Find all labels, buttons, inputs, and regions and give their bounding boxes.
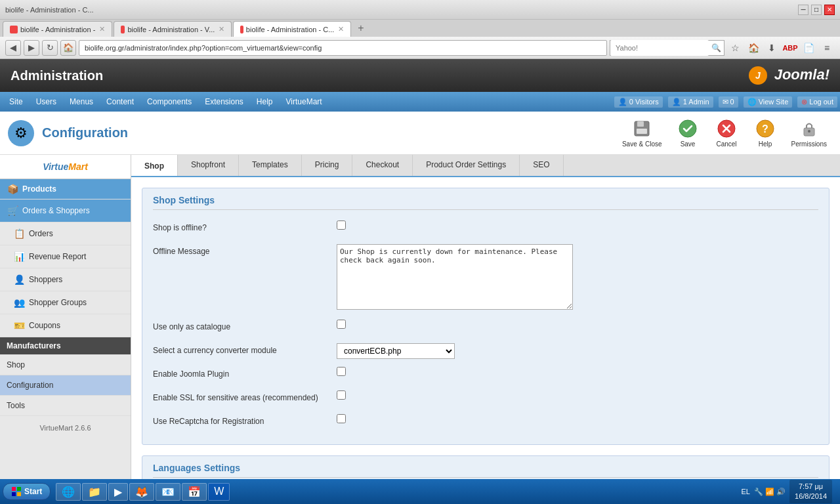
nav-users[interactable]: Users	[30, 94, 63, 109]
nav-virtuemart[interactable]: VirtueMart	[280, 94, 329, 109]
sidebar-orders-shoppers-label: Orders & Shoppers	[22, 206, 90, 215]
sidebar-item-manufacturers[interactable]: Manufacturers	[0, 337, 131, 355]
tab-checkout[interactable]: Checkout	[352, 155, 413, 176]
page-icon: ⚙	[8, 120, 34, 146]
taskbar-ie[interactable]: 🌐	[56, 483, 81, 501]
sidebar-item-revenue[interactable]: 📊 Revenue Report	[0, 245, 131, 268]
browser-tab-3[interactable]: biolife - Administration - C... ✕	[233, 21, 351, 37]
home-nav-button[interactable]: 🏠	[746, 40, 761, 56]
tab-shopfront[interactable]: Shopfront	[178, 155, 239, 176]
view-site-badge[interactable]: 🌐 View Site	[744, 96, 793, 108]
sidebar-orders-label: Orders	[29, 229, 53, 238]
sidebar-item-coupons[interactable]: 🎫 Coupons	[0, 314, 131, 337]
page-title: Configuration	[42, 125, 614, 140]
sidebar-version: VirtueMart 2.6.6	[0, 416, 131, 440]
taskbar-firefox[interactable]: 🦊	[129, 483, 154, 501]
tab-templates[interactable]: Templates	[239, 155, 302, 176]
visitors-count: 0 Visitors	[629, 98, 659, 106]
browser-tab-1[interactable]: biolife - Administration - ✕	[3, 21, 112, 37]
close-button[interactable]: ✕	[824, 5, 835, 15]
use-catalogue-row: Use only as catalogue	[153, 320, 818, 335]
taskbar-media[interactable]: ▶	[108, 483, 128, 501]
tab-close-3[interactable]: ✕	[338, 25, 344, 33]
bookmark-star-button[interactable]: ☆	[727, 40, 743, 56]
joomla-plugin-checkbox[interactable]	[337, 367, 346, 376]
nav-extensions[interactable]: Extensions	[198, 94, 250, 109]
svg-rect-14	[17, 492, 21, 496]
admin-title: Administration	[10, 68, 748, 83]
tab-close-2[interactable]: ✕	[219, 25, 224, 33]
sidebar-item-tools[interactable]: Tools	[0, 396, 131, 416]
messages-icon: ✉	[723, 98, 728, 106]
search-bar[interactable]	[610, 40, 709, 56]
taskbar-calendar[interactable]: 📅	[182, 483, 207, 501]
sidebar-item-orders-shoppers[interactable]: 🛒 Orders & Shoppers	[0, 200, 131, 222]
sidebar-item-shoppers[interactable]: 👤 Shoppers	[0, 268, 131, 291]
browser-tab-2[interactable]: biolife - Administration - V... ✕	[114, 21, 232, 37]
sidebar-coupons-label: Coupons	[29, 321, 60, 330]
reader-button[interactable]: 📄	[801, 40, 816, 56]
tab-close-1[interactable]: ✕	[99, 25, 105, 33]
tab-shop[interactable]: Shop	[131, 155, 178, 176]
orders-icon: 📋	[13, 228, 25, 240]
ssl-label: Enable SSL for sensitive areas (recommen…	[153, 390, 337, 402]
ssl-checkbox[interactable]	[337, 390, 346, 400]
revenue-icon: 📊	[13, 251, 25, 262]
taskbar: Start 🌐 📁 ▶ 🦊 📧 📅 W EL 🔧 📶 🔊 7:57 μμ 16/…	[0, 479, 840, 504]
svg-point-5	[679, 120, 696, 137]
tab-product-order[interactable]: Product Order Settings	[413, 155, 520, 176]
admin-header: Administration J Joomla!	[0, 59, 840, 92]
taskbar-explorer[interactable]: 📁	[82, 483, 107, 501]
download-button[interactable]: ⬇	[764, 40, 780, 56]
save-close-button[interactable]: Save & Close	[617, 116, 667, 150]
maximize-button[interactable]: □	[811, 5, 822, 15]
cancel-icon	[716, 118, 737, 139]
currency-converter-select[interactable]: convertECB.php	[337, 343, 455, 359]
sidebar-item-configuration[interactable]: Configuration	[0, 375, 131, 396]
sidebar-tools-label: Tools	[7, 401, 25, 410]
sidebar-item-shop[interactable]: Shop	[0, 355, 131, 375]
nav-content[interactable]: Content	[100, 94, 140, 109]
tab-seo[interactable]: SEO	[520, 155, 563, 176]
address-bar[interactable]	[79, 40, 607, 56]
permissions-button[interactable]: Permissions	[786, 116, 832, 150]
logout-badge[interactable]: ⊗ Log out	[797, 96, 837, 108]
home-button[interactable]: 🏠	[60, 40, 76, 56]
nav-components[interactable]: Components	[140, 94, 198, 109]
adblock-button[interactable]: ABP	[782, 40, 798, 56]
sidebar-item-shopper-groups[interactable]: 👥 Shopper Groups	[0, 291, 131, 314]
help-button[interactable]: ? Help	[747, 116, 784, 150]
nav-site[interactable]: Site	[3, 94, 30, 109]
back-button[interactable]: ◀	[5, 40, 21, 56]
sidebar-item-orders[interactable]: 📋 Orders	[0, 222, 131, 245]
new-tab-button[interactable]: +	[352, 20, 369, 37]
external-icon: 🌐	[747, 98, 757, 106]
shop-offline-checkbox[interactable]	[337, 220, 346, 230]
nav-menus[interactable]: Menus	[63, 94, 100, 109]
start-button[interactable]: Start	[3, 483, 51, 500]
currency-converter-control: convertECB.php	[337, 343, 818, 359]
menu-button[interactable]: ≡	[819, 40, 835, 56]
taskbar-word[interactable]: W	[208, 483, 230, 501]
taskbar-outlook[interactable]: 📧	[156, 483, 180, 501]
admins-icon: 👤	[672, 98, 681, 106]
recaptcha-checkbox[interactable]	[337, 414, 346, 423]
forward-button[interactable]: ▶	[24, 40, 39, 56]
reload-button[interactable]: ↻	[42, 40, 58, 56]
nav-help[interactable]: Help	[250, 94, 280, 109]
shop-offline-row: Shop is offline?	[153, 220, 818, 236]
visitors-badge: 👤 0 Visitors	[614, 96, 663, 108]
shoppers-icon: 👤	[13, 274, 25, 285]
sidebar: VirtueMart 📦 Products 🛒 Orders & Shopper…	[0, 155, 131, 504]
ssl-control	[337, 390, 818, 402]
cancel-button[interactable]: Cancel	[709, 116, 745, 150]
svg-rect-13	[12, 492, 16, 496]
taskbar-items: 🌐 📁 ▶ 🦊 📧 📅 W	[56, 483, 736, 501]
offline-message-textarea[interactable]: Our Shop is currently down for maintenan…	[337, 244, 573, 310]
taskbar-right: EL 🔧 📶 🔊 7:57 μμ 16/8/2014	[736, 480, 837, 504]
sidebar-item-products[interactable]: 📦 Products	[0, 179, 131, 200]
tab-pricing[interactable]: Pricing	[302, 155, 353, 176]
minimize-button[interactable]: ─	[798, 5, 808, 15]
use-catalogue-checkbox[interactable]	[337, 320, 346, 329]
save-button[interactable]: Save	[670, 116, 706, 150]
